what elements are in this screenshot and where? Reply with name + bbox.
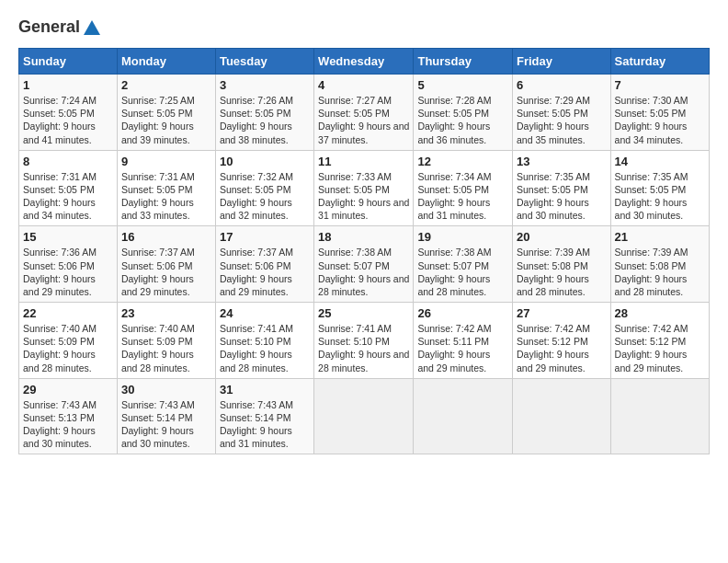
day-number: 23 (121, 306, 211, 320)
page-header: General (18, 18, 710, 39)
calendar-day: 27Sunrise: 7:42 AMSunset: 5:12 PMDayligh… (513, 303, 611, 379)
day-number: 19 (417, 230, 508, 244)
day-number: 14 (615, 155, 705, 168)
calendar-week-1: 1Sunrise: 7:24 AMSunset: 5:05 PMDaylight… (19, 75, 710, 151)
day-info: Sunrise: 7:28 AMSunset: 5:05 PMDaylight:… (417, 94, 508, 146)
day-info: Sunrise: 7:38 AMSunset: 5:07 PMDaylight:… (417, 246, 508, 298)
day-number: 7 (615, 78, 705, 92)
calendar-day (414, 378, 513, 454)
calendar-table: SundayMondayTuesdayWednesdayThursdayFrid… (18, 48, 710, 454)
day-info: Sunrise: 7:42 AMSunset: 5:11 PMDaylight:… (417, 322, 508, 374)
day-number: 12 (417, 155, 508, 168)
day-number: 1 (23, 78, 113, 92)
day-info: Sunrise: 7:39 AMSunset: 5:08 PMDaylight:… (615, 246, 705, 298)
calendar-day: 5Sunrise: 7:28 AMSunset: 5:05 PMDaylight… (414, 75, 513, 151)
calendar-day: 25Sunrise: 7:41 AMSunset: 5:10 PMDayligh… (314, 303, 414, 379)
calendar-day: 16Sunrise: 7:37 AMSunset: 5:06 PMDayligh… (117, 226, 215, 303)
day-info: Sunrise: 7:43 AMSunset: 5:14 PMDaylight:… (220, 398, 310, 451)
calendar-day: 23Sunrise: 7:40 AMSunset: 5:09 PMDayligh… (117, 303, 215, 379)
day-info: Sunrise: 7:37 AMSunset: 5:06 PMDaylight:… (220, 246, 310, 298)
calendar-day: 15Sunrise: 7:36 AMSunset: 5:06 PMDayligh… (19, 226, 118, 303)
day-number: 28 (615, 306, 705, 320)
day-number: 17 (220, 230, 310, 244)
calendar-day: 21Sunrise: 7:39 AMSunset: 5:08 PMDayligh… (610, 226, 709, 303)
day-number: 5 (417, 78, 508, 92)
day-info: Sunrise: 7:34 AMSunset: 5:05 PMDaylight:… (417, 170, 508, 223)
calendar-day: 2Sunrise: 7:25 AMSunset: 5:05 PMDaylight… (117, 75, 215, 151)
day-number: 27 (517, 306, 607, 320)
day-number: 10 (220, 155, 310, 168)
day-number: 16 (121, 230, 211, 244)
calendar-day: 31Sunrise: 7:43 AMSunset: 5:14 PMDayligh… (215, 378, 313, 454)
calendar-day: 17Sunrise: 7:37 AMSunset: 5:06 PMDayligh… (215, 226, 313, 303)
day-info: Sunrise: 7:39 AMSunset: 5:08 PMDaylight:… (517, 246, 607, 298)
day-number: 20 (517, 230, 607, 244)
day-number: 6 (517, 78, 607, 92)
calendar-day: 3Sunrise: 7:26 AMSunset: 5:05 PMDaylight… (215, 75, 313, 151)
day-info: Sunrise: 7:30 AMSunset: 5:05 PMDaylight:… (615, 94, 705, 146)
calendar-day: 1Sunrise: 7:24 AMSunset: 5:05 PMDaylight… (19, 75, 118, 151)
day-info: Sunrise: 7:40 AMSunset: 5:09 PMDaylight:… (23, 322, 113, 374)
weekday-header-tuesday: Tuesday (215, 49, 313, 75)
weekday-header-monday: Monday (117, 49, 215, 75)
calendar-day: 11Sunrise: 7:33 AMSunset: 5:05 PMDayligh… (314, 150, 414, 226)
day-info: Sunrise: 7:27 AMSunset: 5:05 PMDaylight:… (318, 94, 409, 146)
calendar-day: 10Sunrise: 7:32 AMSunset: 5:05 PMDayligh… (215, 150, 313, 226)
day-info: Sunrise: 7:33 AMSunset: 5:05 PMDaylight:… (318, 170, 409, 223)
day-number: 4 (318, 78, 409, 92)
calendar-day: 22Sunrise: 7:40 AMSunset: 5:09 PMDayligh… (19, 303, 118, 379)
calendar-day: 4Sunrise: 7:27 AMSunset: 5:05 PMDaylight… (314, 75, 414, 151)
day-info: Sunrise: 7:31 AMSunset: 5:05 PMDaylight:… (121, 170, 211, 223)
day-number: 29 (23, 383, 113, 396)
day-info: Sunrise: 7:24 AMSunset: 5:05 PMDaylight:… (23, 94, 113, 146)
day-info: Sunrise: 7:41 AMSunset: 5:10 PMDaylight:… (318, 322, 409, 374)
calendar-day (610, 378, 709, 454)
day-number: 15 (23, 230, 113, 244)
day-number: 3 (220, 78, 310, 92)
day-number: 18 (318, 230, 409, 244)
calendar-day: 9Sunrise: 7:31 AMSunset: 5:05 PMDaylight… (117, 150, 215, 226)
day-info: Sunrise: 7:40 AMSunset: 5:09 PMDaylight:… (121, 322, 211, 374)
weekday-header-wednesday: Wednesday (314, 49, 414, 75)
weekday-header-friday: Friday (513, 49, 611, 75)
day-number: 21 (615, 230, 705, 244)
calendar-day: 19Sunrise: 7:38 AMSunset: 5:07 PMDayligh… (414, 226, 513, 303)
calendar-week-3: 15Sunrise: 7:36 AMSunset: 5:06 PMDayligh… (19, 226, 710, 303)
calendar-day: 29Sunrise: 7:43 AMSunset: 5:13 PMDayligh… (19, 378, 118, 454)
day-info: Sunrise: 7:41 AMSunset: 5:10 PMDaylight:… (220, 322, 310, 374)
day-info: Sunrise: 7:42 AMSunset: 5:12 PMDaylight:… (615, 322, 705, 374)
day-number: 13 (517, 155, 607, 168)
calendar-day: 13Sunrise: 7:35 AMSunset: 5:05 PMDayligh… (513, 150, 611, 226)
calendar-day (513, 378, 611, 454)
weekday-header-sunday: Sunday (19, 49, 118, 75)
calendar-day: 18Sunrise: 7:38 AMSunset: 5:07 PMDayligh… (314, 226, 414, 303)
day-number: 30 (121, 383, 211, 396)
day-number: 25 (318, 306, 409, 320)
day-number: 2 (121, 78, 211, 92)
day-number: 24 (220, 306, 310, 320)
day-number: 11 (318, 155, 409, 168)
calendar-day: 8Sunrise: 7:31 AMSunset: 5:05 PMDaylight… (19, 150, 118, 226)
day-info: Sunrise: 7:31 AMSunset: 5:05 PMDaylight:… (23, 170, 113, 223)
day-number: 31 (220, 383, 310, 396)
day-number: 26 (417, 306, 508, 320)
calendar-day: 6Sunrise: 7:29 AMSunset: 5:05 PMDaylight… (513, 75, 611, 151)
calendar-week-2: 8Sunrise: 7:31 AMSunset: 5:05 PMDaylight… (19, 150, 710, 226)
calendar-day: 26Sunrise: 7:42 AMSunset: 5:11 PMDayligh… (414, 303, 513, 379)
weekday-header-saturday: Saturday (610, 49, 709, 75)
day-info: Sunrise: 7:29 AMSunset: 5:05 PMDaylight:… (517, 94, 607, 146)
day-info: Sunrise: 7:25 AMSunset: 5:05 PMDaylight:… (121, 94, 211, 146)
calendar-day: 30Sunrise: 7:43 AMSunset: 5:14 PMDayligh… (117, 378, 215, 454)
calendar-day: 24Sunrise: 7:41 AMSunset: 5:10 PMDayligh… (215, 303, 313, 379)
calendar-week-4: 22Sunrise: 7:40 AMSunset: 5:09 PMDayligh… (19, 303, 710, 379)
calendar-week-5: 29Sunrise: 7:43 AMSunset: 5:13 PMDayligh… (19, 378, 710, 454)
day-info: Sunrise: 7:38 AMSunset: 5:07 PMDaylight:… (318, 246, 409, 298)
calendar-day: 12Sunrise: 7:34 AMSunset: 5:05 PMDayligh… (414, 150, 513, 226)
weekday-header-thursday: Thursday (414, 49, 513, 75)
day-number: 22 (23, 306, 113, 320)
day-info: Sunrise: 7:42 AMSunset: 5:12 PMDaylight:… (517, 322, 607, 374)
calendar-day: 20Sunrise: 7:39 AMSunset: 5:08 PMDayligh… (513, 226, 611, 303)
calendar-day (314, 378, 414, 454)
calendar-day: 28Sunrise: 7:42 AMSunset: 5:12 PMDayligh… (610, 303, 709, 379)
calendar-day: 14Sunrise: 7:35 AMSunset: 5:05 PMDayligh… (610, 150, 709, 226)
